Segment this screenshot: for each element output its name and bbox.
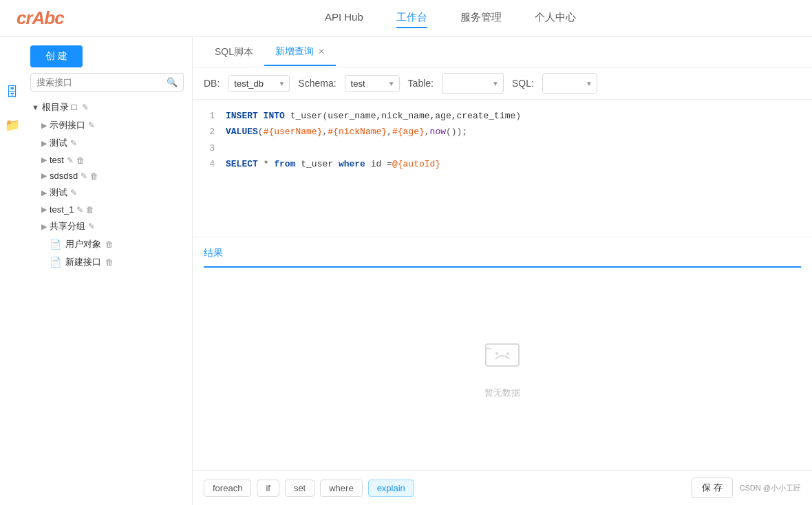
line-code-4: SELECT * from t_user where id =@{autoId} bbox=[226, 156, 440, 172]
tree-label-test2: test bbox=[50, 155, 64, 165]
sql-select[interactable]: ▼ bbox=[542, 73, 597, 94]
delete-icon-test1-v2[interactable]: 🗑 bbox=[86, 205, 94, 215]
delete-icon-sdsdsd[interactable]: 🗑 bbox=[90, 171, 98, 181]
code-line-4: 4 SELECT * from t_user where id =@{autoI… bbox=[204, 156, 801, 172]
edit-icon-example[interactable]: ✎ bbox=[88, 120, 95, 130]
edit-icon-test1[interactable]: ✎ bbox=[70, 138, 77, 148]
main-area: SQL脚本 新增查询 ✕ DB: test_db ▼ Schema: test … bbox=[193, 37, 812, 505]
edit-icon-shared[interactable]: ✎ bbox=[88, 222, 95, 231]
edit-icon-sdsdsd[interactable]: ✎ bbox=[81, 171, 87, 181]
tree-leaf-user-target[interactable]: 📄 用户对象 🗑 bbox=[50, 235, 186, 253]
folder-icon[interactable]: 📁 bbox=[3, 116, 22, 135]
tree-item-sdsdsd[interactable]: ▶ sdsdsd ✎ 🗑 bbox=[40, 168, 186, 184]
nav-item-service-mgmt[interactable]: 服务管理 bbox=[460, 8, 502, 28]
watermark: CSDN @小小工匠 bbox=[740, 483, 801, 493]
tree-item-test3[interactable]: ▶ 测试 ✎ bbox=[40, 184, 186, 202]
file-icon-new: 📄 bbox=[50, 257, 61, 268]
line-code-1: INSERT INTO t_user(user_name,nick_name,a… bbox=[226, 108, 521, 124]
nav-item-workbench[interactable]: 工作台 bbox=[396, 8, 427, 28]
file-tree: ▼ 根目录 □ ✎ ▶ 示例接口 ✎ ▶ 测试 ✎ ▶ test bbox=[0, 98, 192, 505]
save-button[interactable]: 保 存 bbox=[692, 477, 733, 498]
line-code-2: VALUES(#{userName},#{nickName},#{age},no… bbox=[226, 124, 467, 140]
save-area: 保 存 CSDN @小小工匠 bbox=[692, 477, 801, 498]
tree-item-example[interactable]: ▶ 示例接口 ✎ bbox=[40, 116, 186, 134]
tree-arrow-test1-v2: ▶ bbox=[41, 205, 47, 214]
root-label: 根目录 □ bbox=[42, 101, 76, 114]
edit-icon-test2[interactable]: ✎ bbox=[67, 155, 74, 165]
tree-label-shared: 共享分组 bbox=[50, 220, 85, 233]
db-select[interactable]: test_db ▼ bbox=[228, 75, 290, 92]
schema-label: Schema: bbox=[298, 78, 336, 89]
tree-item-shared[interactable]: ▶ 共享分组 ✎ bbox=[40, 217, 186, 235]
line-num-2: 2 bbox=[204, 124, 215, 140]
table-label: Table: bbox=[408, 78, 434, 89]
code-editor[interactable]: 1 INSERT INTO t_user(user_name,nick_name… bbox=[193, 100, 812, 237]
svg-point-1 bbox=[495, 352, 498, 355]
tab-sql-script[interactable]: SQL脚本 bbox=[204, 39, 264, 65]
results-section: 结果 暂无数据 bbox=[193, 237, 812, 470]
code-line-1: 1 INSERT INTO t_user(user_name,nick_name… bbox=[204, 108, 801, 124]
tree-leaf-label-new: 新建接口 bbox=[65, 256, 101, 268]
schema-chevron-icon: ▼ bbox=[388, 80, 395, 87]
tree-item-test2[interactable]: ▶ test ✎ 🗑 bbox=[40, 152, 186, 168]
line-num-3: 3 bbox=[204, 140, 215, 156]
root-edit-icon[interactable]: ✎ bbox=[82, 103, 89, 112]
search-input[interactable] bbox=[36, 77, 167, 87]
tab-new-query[interactable]: 新增查询 ✕ bbox=[264, 39, 336, 66]
sql-chevron-icon: ▼ bbox=[586, 80, 592, 87]
tree-label-test1-v2: test_1 bbox=[50, 204, 74, 215]
svg-point-2 bbox=[506, 352, 509, 355]
keyword-if[interactable]: if bbox=[257, 480, 279, 497]
tree-item-test1[interactable]: ▶ 测试 ✎ bbox=[40, 134, 186, 152]
line-code-3 bbox=[226, 140, 231, 156]
search-box: 🔍 bbox=[30, 73, 184, 92]
root-arrow: ▼ bbox=[32, 103, 39, 111]
tree-item-test1-v2[interactable]: ▶ test_1 ✎ 🗑 bbox=[40, 202, 186, 217]
delete-icon-user[interactable]: 🗑 bbox=[105, 239, 114, 249]
db-label: DB: bbox=[204, 78, 220, 89]
results-tab[interactable]: 结果 bbox=[204, 240, 801, 268]
delete-icon-test2[interactable]: 🗑 bbox=[76, 155, 85, 165]
tree-arrow-test3: ▶ bbox=[41, 189, 47, 197]
sidebar-icon-strip: 🗄 📁 bbox=[0, 37, 25, 135]
line-num-1: 1 bbox=[204, 108, 215, 124]
edit-icon-test1-v2[interactable]: ✎ bbox=[76, 205, 83, 215]
toolbar: DB: test_db ▼ Schema: test ▼ Table: ▼ SQ… bbox=[193, 67, 812, 100]
table-chevron-icon: ▼ bbox=[492, 80, 499, 87]
code-line-3: 3 bbox=[204, 140, 801, 156]
tree-arrow-shared: ▶ bbox=[41, 222, 47, 231]
tree-label-sdsdsd: sdsdsd bbox=[50, 171, 78, 181]
search-icon: 🔍 bbox=[167, 77, 178, 87]
tree-label-test1: 测试 bbox=[50, 137, 67, 149]
schema-value: test bbox=[351, 78, 365, 89]
nav-item-profile[interactable]: 个人中心 bbox=[535, 8, 576, 28]
create-button[interactable]: 创 建 bbox=[30, 45, 83, 67]
tree-leaf-label-user: 用户对象 bbox=[65, 238, 101, 250]
bottom-bar: foreach if set where explain 保 存 CSDN @小… bbox=[193, 470, 812, 505]
layout: 🗄 📁 创 建 🔍 ▼ 根目录 □ ✎ ▶ bbox=[0, 37, 812, 505]
schema-select[interactable]: test ▼ bbox=[345, 75, 400, 92]
keyword-foreach[interactable]: foreach bbox=[204, 480, 251, 497]
tab-close-icon[interactable]: ✕ bbox=[318, 47, 325, 56]
sidebar: 🗄 📁 创 建 🔍 ▼ 根目录 □ ✎ ▶ bbox=[0, 37, 193, 505]
tree-label-example: 示例接口 bbox=[50, 119, 85, 131]
nav-item-api-hub[interactable]: API Hub bbox=[325, 8, 363, 28]
keyword-where[interactable]: where bbox=[320, 480, 362, 497]
tree-root[interactable]: ▼ 根目录 □ ✎ bbox=[30, 98, 186, 116]
edit-icon-test3[interactable]: ✎ bbox=[70, 188, 77, 197]
keyword-explain[interactable]: explain bbox=[368, 480, 414, 497]
tree-arrow-example: ▶ bbox=[41, 121, 47, 130]
table-select[interactable]: ▼ bbox=[442, 73, 504, 94]
keyword-set[interactable]: set bbox=[285, 480, 314, 497]
nav-items: API Hub 工作台 服务管理 个人中心 bbox=[105, 8, 795, 28]
database-icon[interactable]: 🗄 bbox=[3, 83, 22, 102]
sql-label: SQL: bbox=[512, 78, 534, 89]
db-value: test_db bbox=[234, 78, 264, 89]
empty-text: 暂无数据 bbox=[484, 387, 520, 399]
tree-leaf-new-interface[interactable]: 📄 新建接口 🗑 bbox=[50, 253, 186, 271]
line-num-4: 4 bbox=[204, 156, 215, 172]
db-chevron-icon: ▼ bbox=[278, 80, 285, 87]
tree-arrow-sdsdsd: ▶ bbox=[41, 171, 47, 180]
empty-icon bbox=[483, 339, 522, 380]
delete-icon-new[interactable]: 🗑 bbox=[105, 257, 114, 267]
